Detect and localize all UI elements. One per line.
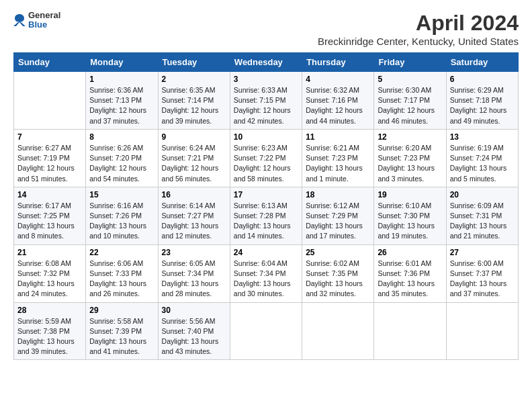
cell-content: Sunrise: 5:58 AM Sunset: 7:39 PM Dayligh… [89,316,154,357]
calendar-cell: 10Sunrise: 6:23 AM Sunset: 7:22 PM Dayli… [230,129,302,187]
calendar-cell: 1Sunrise: 6:36 AM Sunset: 7:13 PM Daylig… [86,72,158,130]
day-number: 4 [306,75,370,84]
calendar-cell [446,302,518,360]
calendar-header: SundayMondayTuesdayWednesdayThursdayFrid… [14,53,519,72]
cell-content: Sunrise: 6:29 AM Sunset: 7:18 PM Dayligh… [450,85,515,126]
calendar-cell: 8Sunrise: 6:26 AM Sunset: 7:20 PM Daylig… [86,129,158,187]
calendar-cell: 15Sunrise: 6:16 AM Sunset: 7:26 PM Dayli… [86,187,158,244]
cell-content: Sunrise: 6:08 AM Sunset: 7:32 PM Dayligh… [17,259,82,300]
cell-content: Sunrise: 6:02 AM Sunset: 7:35 PM Dayligh… [306,259,370,300]
page-subtitle: Breckinridge Center, Kentucky, United St… [318,36,519,47]
calendar-cell: 3Sunrise: 6:33 AM Sunset: 7:15 PM Daylig… [230,72,302,130]
calendar-cell: 12Sunrise: 6:20 AM Sunset: 7:23 PM Dayli… [374,129,446,187]
day-number: 6 [450,75,515,84]
calendar-cell: 7Sunrise: 6:27 AM Sunset: 7:19 PM Daylig… [14,129,86,187]
day-number: 23 [162,248,226,257]
cell-content: Sunrise: 6:14 AM Sunset: 7:27 PM Dayligh… [162,201,226,242]
page-title: April 2024 [318,11,519,36]
cell-content: Sunrise: 6:17 AM Sunset: 7:25 PM Dayligh… [17,201,82,242]
header: General Blue April 2024 Breckinridge Cen… [13,11,519,47]
calendar-week-3: 14Sunrise: 6:17 AM Sunset: 7:25 PM Dayli… [14,187,519,244]
header-day-saturday: Saturday [446,53,518,72]
cell-content: Sunrise: 6:10 AM Sunset: 7:30 PM Dayligh… [378,201,442,242]
calendar-week-1: 1Sunrise: 6:36 AM Sunset: 7:13 PM Daylig… [14,72,519,130]
day-number: 24 [234,248,298,257]
cell-content: Sunrise: 6:13 AM Sunset: 7:28 PM Dayligh… [234,201,298,242]
calendar-cell: 20Sunrise: 6:09 AM Sunset: 7:31 PM Dayli… [446,187,518,244]
calendar-cell: 11Sunrise: 6:21 AM Sunset: 7:23 PM Dayli… [302,129,374,187]
day-number: 30 [162,306,226,315]
day-number: 26 [378,248,442,257]
cell-content: Sunrise: 6:32 AM Sunset: 7:16 PM Dayligh… [306,85,370,126]
logo-bird-icon [13,13,26,28]
day-number: 10 [234,132,298,142]
day-number: 9 [162,132,226,142]
cell-content: Sunrise: 6:35 AM Sunset: 7:14 PM Dayligh… [162,85,226,126]
calendar-week-5: 28Sunrise: 5:59 AM Sunset: 7:38 PM Dayli… [14,302,519,360]
day-number: 12 [378,132,442,142]
day-number: 22 [89,248,154,257]
header-day-thursday: Thursday [302,53,374,72]
logo-blue: Blue [28,20,60,30]
calendar-cell: 16Sunrise: 6:14 AM Sunset: 7:27 PM Dayli… [158,187,230,244]
calendar-cell: 2Sunrise: 6:35 AM Sunset: 7:14 PM Daylig… [158,72,230,130]
header-day-sunday: Sunday [14,53,86,72]
calendar-week-2: 7Sunrise: 6:27 AM Sunset: 7:19 PM Daylig… [14,129,519,187]
cell-content: Sunrise: 6:20 AM Sunset: 7:23 PM Dayligh… [378,143,442,184]
cell-content: Sunrise: 6:01 AM Sunset: 7:36 PM Dayligh… [378,259,442,300]
calendar-cell: 25Sunrise: 6:02 AM Sunset: 7:35 PM Dayli… [302,244,374,302]
calendar-cell: 19Sunrise: 6:10 AM Sunset: 7:30 PM Dayli… [374,187,446,244]
cell-content: Sunrise: 6:27 AM Sunset: 7:19 PM Dayligh… [17,143,82,184]
cell-content: Sunrise: 5:56 AM Sunset: 7:40 PM Dayligh… [162,316,226,357]
cell-content: Sunrise: 6:19 AM Sunset: 7:24 PM Dayligh… [450,143,515,184]
day-number: 20 [450,190,515,199]
day-number: 7 [17,132,82,142]
title-area: April 2024 Breckinridge Center, Kentucky… [318,11,519,47]
calendar-cell: 13Sunrise: 6:19 AM Sunset: 7:24 PM Dayli… [446,129,518,187]
header-day-monday: Monday [86,53,158,72]
cell-content: Sunrise: 6:12 AM Sunset: 7:29 PM Dayligh… [306,201,370,242]
day-number: 13 [450,132,515,142]
day-number: 17 [234,190,298,199]
cell-content: Sunrise: 6:36 AM Sunset: 7:13 PM Dayligh… [89,85,154,126]
logo-general: General [28,11,60,20]
logo: General Blue [13,11,60,30]
cell-content: Sunrise: 5:59 AM Sunset: 7:38 PM Dayligh… [17,316,82,357]
calendar-week-4: 21Sunrise: 6:08 AM Sunset: 7:32 PM Dayli… [14,244,519,302]
calendar-cell: 6Sunrise: 6:29 AM Sunset: 7:18 PM Daylig… [446,72,518,130]
day-number: 16 [162,190,226,199]
day-number: 25 [306,248,370,257]
header-day-tuesday: Tuesday [158,53,230,72]
calendar-cell [14,72,86,130]
day-number: 1 [89,75,154,84]
cell-content: Sunrise: 6:23 AM Sunset: 7:22 PM Dayligh… [234,143,298,184]
calendar-cell [230,302,302,360]
calendar-cell: 21Sunrise: 6:08 AM Sunset: 7:32 PM Dayli… [14,244,86,302]
calendar-cell: 9Sunrise: 6:24 AM Sunset: 7:21 PM Daylig… [158,129,230,187]
header-day-wednesday: Wednesday [230,53,302,72]
cell-content: Sunrise: 6:33 AM Sunset: 7:15 PM Dayligh… [234,85,298,126]
calendar-cell: 24Sunrise: 6:04 AM Sunset: 7:34 PM Dayli… [230,244,302,302]
cell-content: Sunrise: 6:05 AM Sunset: 7:34 PM Dayligh… [162,259,226,300]
header-day-friday: Friday [374,53,446,72]
day-number: 29 [89,306,154,315]
calendar-cell [374,302,446,360]
calendar-cell: 27Sunrise: 6:00 AM Sunset: 7:37 PM Dayli… [446,244,518,302]
day-number: 21 [17,248,82,257]
calendar-cell: 29Sunrise: 5:58 AM Sunset: 7:39 PM Dayli… [86,302,158,360]
calendar-body: 1Sunrise: 6:36 AM Sunset: 7:13 PM Daylig… [14,72,519,360]
cell-content: Sunrise: 6:00 AM Sunset: 7:37 PM Dayligh… [450,259,515,300]
day-number: 19 [378,190,442,199]
cell-content: Sunrise: 6:06 AM Sunset: 7:33 PM Dayligh… [89,259,154,300]
day-number: 18 [306,190,370,199]
day-number: 28 [17,306,82,315]
calendar-cell: 18Sunrise: 6:12 AM Sunset: 7:29 PM Dayli… [302,187,374,244]
day-number: 5 [378,75,442,84]
calendar-cell: 28Sunrise: 5:59 AM Sunset: 7:38 PM Dayli… [14,302,86,360]
calendar-cell: 17Sunrise: 6:13 AM Sunset: 7:28 PM Dayli… [230,187,302,244]
calendar-cell: 4Sunrise: 6:32 AM Sunset: 7:16 PM Daylig… [302,72,374,130]
cell-content: Sunrise: 6:30 AM Sunset: 7:17 PM Dayligh… [378,85,442,126]
calendar-cell [302,302,374,360]
cell-content: Sunrise: 6:24 AM Sunset: 7:21 PM Dayligh… [162,143,226,184]
day-number: 3 [234,75,298,84]
